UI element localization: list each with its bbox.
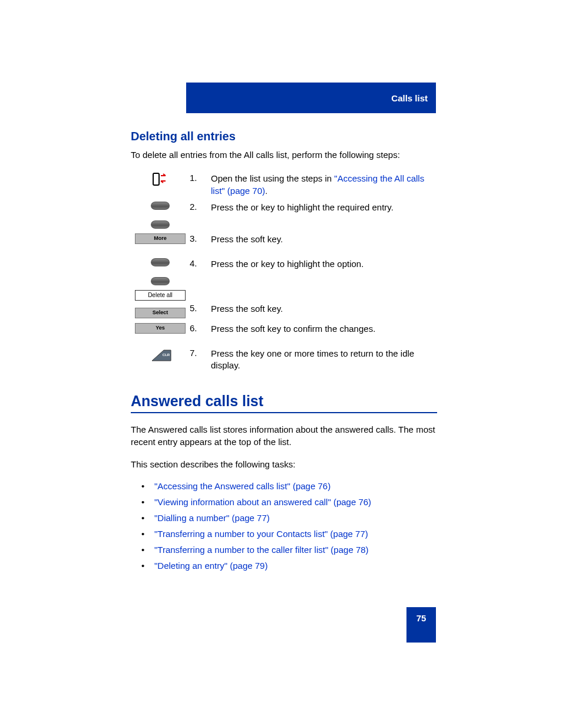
list-item: "Transferring a number to the caller fil… xyxy=(141,545,437,555)
list-item: "Accessing the Answered calls list" (pag… xyxy=(141,481,437,491)
page-number: 75 xyxy=(416,613,427,623)
step-text: Press the or key to highlight the option… xyxy=(211,257,437,270)
more-softkey-icon: More xyxy=(135,233,186,244)
step-text: Open the list using the steps in "Access… xyxy=(211,172,437,197)
up-key-icon xyxy=(151,258,170,266)
section-heading-answered: Answered calls list xyxy=(131,393,437,413)
list-item: "Viewing information about an answered c… xyxy=(141,497,437,507)
clr-key-icon: CLR xyxy=(131,347,190,362)
step-row: CLR 7. Press the key one or more times t… xyxy=(131,347,437,372)
task-link-list: "Accessing the Answered calls list" (pag… xyxy=(141,481,437,571)
step-number: 6. xyxy=(190,322,211,333)
up-key-icon xyxy=(151,202,170,210)
link-accessing-answered[interactable]: "Accessing the Answered calls list" (pag… xyxy=(154,481,330,491)
svg-rect-0 xyxy=(153,173,159,185)
svg-text:CLR: CLR xyxy=(163,353,170,357)
link-transfer-filter[interactable]: "Transferring a number to the caller fil… xyxy=(154,545,369,555)
select-softkey-icon: Select xyxy=(135,308,186,318)
nav-keys-icon xyxy=(131,200,190,229)
step-number: 5. xyxy=(190,289,211,313)
step-number: 4. xyxy=(190,257,211,268)
down-key-icon xyxy=(151,220,170,229)
header-bar: Calls list xyxy=(186,83,436,113)
yes-softkey-icon: Yes xyxy=(135,323,186,334)
delete-all-option-icon: Delete all xyxy=(135,290,186,301)
calls-list-icon xyxy=(131,172,190,186)
para-1: The Answered calls list stores informati… xyxy=(131,424,437,448)
softkey-icon: Yes xyxy=(131,322,190,334)
step-text: Press the soft key. xyxy=(211,232,437,245)
step-row: 2. Press the or key to highlight the req… xyxy=(131,200,437,229)
step-number: 2. xyxy=(190,200,211,212)
step-number: 3. xyxy=(190,232,211,243)
step-number: 7. xyxy=(190,347,211,358)
step-text: Press the key one or more times to retur… xyxy=(211,347,437,372)
step-row: Delete all Select 5. Press the soft key. xyxy=(131,289,437,318)
list-item: "Dialling a number" (page 77) xyxy=(141,513,437,523)
step-row: Yes 6. Press the soft key to confirm the… xyxy=(131,322,437,343)
subheading-deleting: Deleting all entries xyxy=(131,130,437,143)
list-item: "Deleting an entry" (page 79) xyxy=(141,561,437,571)
list-item: "Transferring a number to your Contacts … xyxy=(141,529,437,539)
down-key-icon xyxy=(151,277,170,285)
step-text: Press the soft key to confirm the change… xyxy=(211,322,437,335)
header-title: Calls list xyxy=(391,93,428,103)
link-deleting-entry[interactable]: "Deleting an entry" (page 79) xyxy=(154,561,267,571)
step-number: 1. xyxy=(190,172,211,183)
para-2: This section describes the following tas… xyxy=(131,459,437,470)
document-page: Calls list Deleting all entries To delet… xyxy=(0,0,562,728)
step-text: Press the or key to highlight the requir… xyxy=(211,200,437,213)
softkey-icon: More xyxy=(131,232,190,244)
link-dialling[interactable]: "Dialling a number" (page 77) xyxy=(154,513,270,523)
softkey-icon: Delete all Select xyxy=(131,289,190,318)
page-number-box: 75 xyxy=(406,607,436,643)
main-content: Deleting all entries To delete all entri… xyxy=(131,130,437,577)
link-transfer-contacts[interactable]: "Transferring a number to your Contacts … xyxy=(154,529,368,539)
intro-text: To delete all entries from the All calls… xyxy=(131,149,437,161)
step-row: More 3. Press the soft key. xyxy=(131,232,437,253)
step-row: 1. Open the list using the steps in "Acc… xyxy=(131,172,437,197)
step-row: 4. Press the or key to highlight the opt… xyxy=(131,257,437,285)
nav-keys-icon xyxy=(131,257,190,285)
step-text: Press the soft key. xyxy=(211,289,437,315)
link-viewing-info[interactable]: "Viewing information about an answered c… xyxy=(154,497,371,507)
